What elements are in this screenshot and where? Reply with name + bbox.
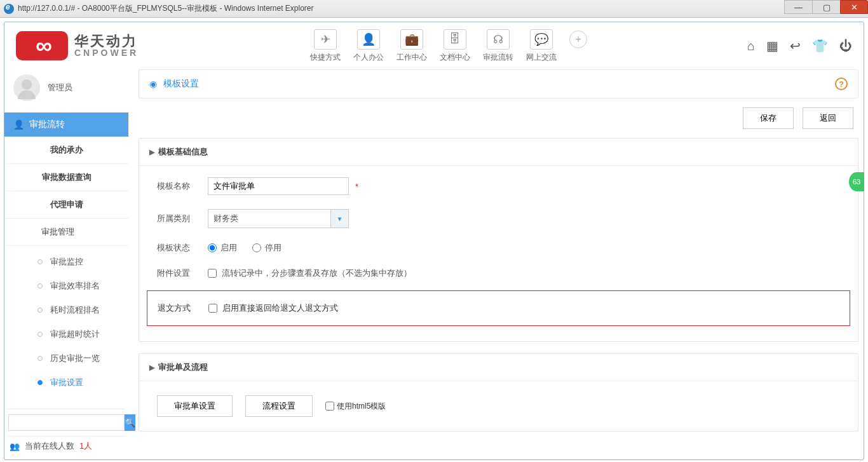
logo: ∞ 华天动力 CNPOWER: [16, 31, 139, 60]
topnav-docs[interactable]: 🗄文档中心: [440, 29, 470, 63]
dot-icon: [37, 259, 43, 264]
panel-flow: ▶审批单及流程 审批单设置 流程设置 使用html5模版: [139, 353, 858, 431]
people-icon: 👥: [10, 442, 20, 451]
approval-icon: ☊: [487, 29, 510, 50]
html5-checkbox-wrap[interactable]: 使用html5模版: [325, 401, 386, 412]
address-title: http://127.0.0.1/# - OA8000平台版_FPLMYSQL5…: [18, 3, 314, 14]
app-header: ∞ 华天动力 CNPOWER ✈快捷方式 👤个人办公 💼工作中心 🗄文档中心 ☊…: [4, 22, 864, 69]
subnav-monitor[interactable]: 审批监控: [4, 250, 128, 274]
top-right-icons: ⌂ ▦ ↩ 👕 ⏻: [747, 38, 852, 53]
radio-enable[interactable]: 启用: [208, 242, 237, 254]
sidebar-item-proxy[interactable]: 代理申请: [4, 191, 128, 219]
sidebar-group-approval[interactable]: 👤 审批流转: [4, 112, 128, 137]
topnav-quick[interactable]: ✈快捷方式: [310, 29, 341, 63]
subnav-history[interactable]: 历史审批一览: [4, 346, 128, 370]
return-text: 启用直接返回给退文人退文方式: [222, 302, 338, 314]
dot-icon: [37, 283, 43, 289]
main-content: ◉ 模板设置 ? 保存 返回 ▶模板基础信息 模板名称 * 所属类别: [128, 69, 864, 459]
label-category: 所属类别: [157, 213, 208, 224]
checkbox-return[interactable]: [208, 304, 217, 313]
flow-settings-button[interactable]: 流程设置: [245, 395, 313, 417]
person-icon: 👤: [13, 119, 24, 130]
label-attach: 附件设置: [157, 268, 208, 279]
top-nav: ✈快捷方式 👤个人办公 💼工作中心 🗄文档中心 ☊审批流转 💬网上交流 +: [310, 29, 587, 63]
window-controls: — ▢ ✕: [784, 0, 868, 14]
panel-flow-header[interactable]: ▶审批单及流程: [139, 354, 858, 381]
sidebar-item-mytask[interactable]: 我的承办: [4, 137, 128, 164]
label-template-name: 模板名称: [157, 180, 208, 192]
work-icon: 💼: [400, 29, 423, 50]
label-status: 模板状态: [157, 242, 208, 254]
reply-icon[interactable]: ↩: [790, 38, 801, 53]
window-maximize[interactable]: ▢: [812, 0, 840, 14]
checkbox-attach[interactable]: [208, 269, 217, 278]
dot-icon: [37, 308, 43, 313]
personal-icon: 👤: [357, 29, 380, 50]
chevron-down-icon: ▼: [330, 210, 348, 228]
form-settings-button[interactable]: 审批单设置: [157, 395, 233, 417]
window-close[interactable]: ✕: [840, 0, 868, 14]
arrow-circle-icon: ◉: [149, 79, 157, 89]
topnav-chat[interactable]: 💬网上交流: [526, 29, 557, 63]
back-button[interactable]: 返回: [803, 107, 853, 129]
quick-icon: ✈: [314, 29, 337, 50]
browser-titlebar: http://127.0.0.1/# - OA8000平台版_FPLMYSQL5…: [0, 0, 868, 18]
ie-icon: [4, 4, 14, 14]
side-badge[interactable]: 63: [849, 172, 864, 191]
sidebar-item-manage[interactable]: 审批管理: [4, 219, 128, 246]
subnav-time[interactable]: 耗时流程排名: [4, 298, 128, 322]
user-box: 管理员: [4, 69, 128, 112]
save-button[interactable]: 保存: [743, 107, 794, 129]
online-status: 👥 当前在线人数 1人: [8, 436, 125, 456]
select-category[interactable]: 财务类 ▼: [208, 209, 349, 228]
window-minimize[interactable]: —: [784, 0, 812, 14]
docs-icon: 🗄: [444, 29, 466, 50]
panel-basic-info: ▶模板基础信息 模板名称 * 所属类别 财务类 ▼: [139, 138, 858, 342]
input-template-name[interactable]: [208, 177, 349, 195]
topnav-personal[interactable]: 👤个人办公: [353, 29, 384, 63]
page-title-bar: ◉ 模板设置 ?: [139, 69, 858, 99]
shirt-icon[interactable]: 👕: [812, 38, 828, 53]
power-icon[interactable]: ⏻: [839, 39, 852, 53]
chat-icon: 💬: [530, 29, 553, 50]
help-icon[interactable]: ?: [835, 78, 848, 90]
attach-text: 流转记录中，分步骤查看及存放（不选为集中存放）: [222, 268, 412, 279]
user-name: 管理员: [48, 82, 72, 93]
subnav-timeout[interactable]: 审批超时统计: [4, 322, 128, 346]
sidebar: 管理员 👤 审批流转 我的承办 审批数据查询 代理申请 审批管理 审批监控 审批…: [4, 69, 128, 459]
dot-icon: [37, 332, 43, 337]
caret-icon: ▶: [149, 148, 154, 156]
return-mode-row: 退文方式 启用直接返回给退文人退文方式: [147, 290, 850, 326]
apps-icon[interactable]: ▦: [766, 38, 778, 53]
topnav-work[interactable]: 💼工作中心: [397, 29, 427, 63]
label-return: 退文方式: [158, 302, 208, 314]
radio-disable[interactable]: 停用: [252, 242, 281, 254]
sidebar-item-query[interactable]: 审批数据查询: [4, 164, 128, 191]
sidebar-search-input[interactable]: [8, 414, 125, 431]
logo-text-en: CNPOWER: [74, 48, 139, 57]
topnav-approval[interactable]: ☊审批流转: [483, 29, 513, 63]
logo-text-zh: 华天动力: [74, 34, 139, 48]
page-title: 模板设置: [163, 78, 199, 90]
avatar-icon: [13, 74, 40, 101]
home-icon[interactable]: ⌂: [747, 39, 755, 53]
logo-mark-icon: ∞: [16, 31, 68, 60]
subnav-settings[interactable]: 审批设置: [4, 370, 128, 395]
required-mark: *: [355, 182, 358, 191]
topnav-add-button[interactable]: +: [569, 31, 587, 48]
subnav-efficiency[interactable]: 审批效率排名: [4, 274, 128, 298]
caret-icon: ▶: [149, 363, 154, 371]
dot-icon: [37, 380, 43, 385]
dot-icon: [37, 356, 43, 361]
panel-basic-header[interactable]: ▶模板基础信息: [139, 139, 858, 166]
